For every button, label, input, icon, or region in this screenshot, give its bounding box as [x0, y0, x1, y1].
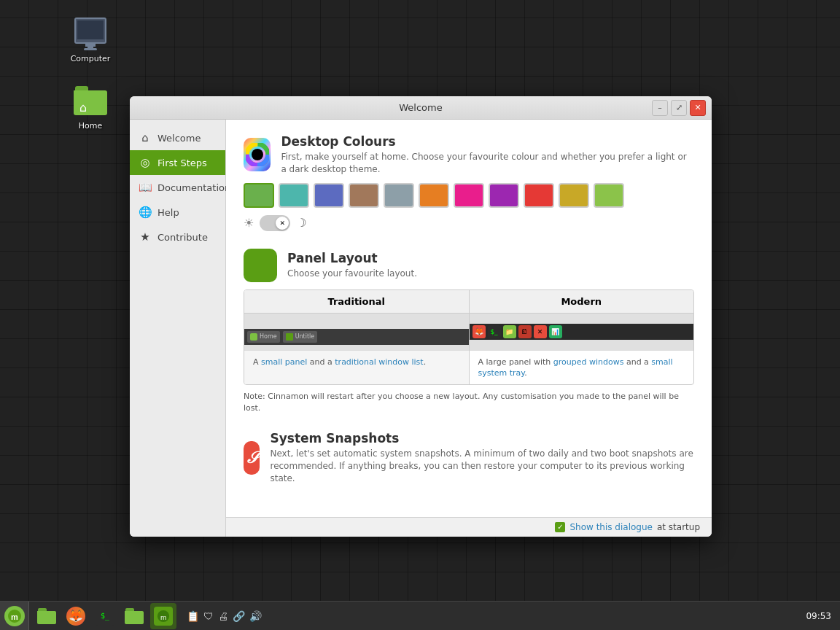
trad-home-label: Home [260, 333, 277, 340]
volume-tray-icon[interactable]: 🔊 [249, 610, 262, 622]
swatch-purple[interactable] [489, 183, 519, 208]
trad-panel-preview: Home Untitle [244, 329, 469, 345]
dark-mode-toggle[interactable]: ☀ ✕ ☽ [244, 215, 694, 231]
svg-text:m: m [11, 612, 18, 621]
help-icon: 🌐 [139, 206, 152, 219]
shield-tray-icon[interactable]: 🛡 [203, 610, 214, 622]
trad-btn-home: Home [247, 331, 280, 343]
taskbar-start-button[interactable]: m [0, 602, 29, 631]
small-panel-link[interactable]: small panel [261, 357, 307, 367]
layout-options: Traditional Home [244, 289, 694, 386]
network-tray-icon[interactable]: 🔗 [233, 610, 245, 622]
desktop-colours-header: Desktop Colours First, make yourself at … [244, 134, 694, 176]
layout-modern-desc: A large panel with grouped windows and a… [470, 350, 694, 385]
first-steps-icon: ◎ [139, 156, 152, 169]
nemo-taskbar-icon [125, 608, 144, 624]
panel-layout-title: Panel Layout [287, 251, 417, 265]
layout-traditional-desc: A small panel and a traditional window l… [244, 350, 469, 373]
sidebar: ⌂ Welcome ◎ First Steps 📖 Documentation … [130, 120, 226, 537]
firefox-taskbar-icon: 🦊 [66, 607, 85, 626]
sidebar-label-welcome: Welcome [158, 133, 201, 144]
show-dialogue-link[interactable]: Show this dialogue [569, 522, 653, 532]
mint-logo-svg: m [7, 609, 22, 623]
sidebar-label-help: Help [158, 207, 179, 218]
home-icon-label: Home [79, 121, 102, 131]
swatch-blue[interactable] [314, 183, 344, 208]
taskbar-app-files[interactable] [34, 603, 60, 629]
panel-layout-header: Panel Layout Choose your favourite layou… [244, 249, 694, 282]
sidebar-item-documentation[interactable]: 📖 Documentation [130, 175, 225, 200]
panel-layout-section: Panel Layout Choose your favourite layou… [244, 249, 694, 414]
swatch-pink[interactable] [454, 183, 484, 208]
desktop-colours-text: Desktop Colours First, make yourself at … [281, 134, 694, 176]
sidebar-label-contribute: Contribute [158, 232, 208, 243]
system-snapshots-section: 𝒮 System Snapshots Next, let's set autom… [244, 431, 694, 484]
toggle-thumb: ✕ [276, 217, 289, 230]
window-footer: ✓ Show this dialogue at startup [226, 517, 712, 537]
documentation-icon: 📖 [139, 181, 152, 194]
terminal-taskbar-icon: $_ [96, 607, 114, 626]
window-controls: – ⤢ ✕ [652, 100, 706, 116]
desktop-colours-section: Desktop Colours First, make yourself at … [244, 134, 694, 231]
minimize-button[interactable]: – [652, 100, 668, 116]
sidebar-label-first-steps: First Steps [158, 158, 207, 168]
taskbar-app-firefox[interactable]: 🦊 [63, 603, 89, 629]
swatch-grey[interactable] [384, 183, 414, 208]
print-tray-icon[interactable]: 🖨 [218, 610, 228, 622]
main-content: Desktop Colours First, make yourself at … [226, 120, 712, 517]
window-body: ⌂ Welcome ◎ First Steps 📖 Documentation … [130, 120, 712, 537]
nemo-folder-body [125, 611, 144, 624]
taskbar-app-terminal[interactable]: $_ [92, 603, 118, 629]
layout-note: Note: Cinnamon will restart after you ch… [244, 391, 694, 413]
swatch-orange[interactable] [419, 183, 449, 208]
modern-preview-row: 🦊 $_ 📁 [470, 324, 694, 340]
swatch-green[interactable] [244, 183, 274, 208]
svg-point-6 [252, 149, 263, 160]
maximize-button[interactable]: ⤢ [671, 100, 687, 116]
swatch-gold[interactable] [559, 183, 589, 208]
modern-files-icon: 📁 [503, 325, 516, 338]
computer-icon-label: Computer [71, 54, 111, 63]
toggle-track[interactable]: ✕ [260, 215, 290, 231]
taskbar-app-mint-welcome[interactable]: m [150, 603, 176, 629]
folder-body [37, 611, 56, 624]
layout-modern-header: Modern [470, 290, 694, 314]
modern-calc-icon: 🗓 [518, 325, 532, 338]
taskbar-clock[interactable]: 09:53 [800, 611, 840, 621]
sidebar-item-contribute[interactable]: ★ Contribute [130, 225, 225, 249]
grouped-windows-link[interactable]: grouped windows [553, 357, 624, 367]
modern-terminal-icon: $_ [488, 325, 501, 338]
mint-logo: m [4, 606, 25, 626]
traditional-window-list-link[interactable]: traditional window list [335, 357, 423, 367]
swatch-teal[interactable] [279, 183, 309, 208]
swatch-red[interactable] [524, 183, 554, 208]
footer-checkbox[interactable]: ✓ Show this dialogue at startup [555, 522, 700, 532]
desktop-icon-computer[interactable]: Computer [61, 13, 120, 66]
modern-top-panel: 🦊 $_ 📁 [470, 324, 694, 340]
system-snapshots-desc: Next, let's set automatic system snapsho… [270, 448, 694, 484]
sidebar-item-first-steps[interactable]: ◎ First Steps [130, 150, 225, 175]
layout-traditional-preview: Home Untitle [244, 314, 469, 350]
folder-taskbar-icon [37, 608, 56, 624]
desktop-icon-home[interactable]: ⌂ Home [61, 80, 120, 133]
welcome-icon: ⌂ [139, 131, 152, 144]
close-button[interactable]: ✕ [690, 100, 706, 116]
taskbar-app-nemo[interactable] [121, 603, 147, 629]
taskbar-tray: 📋 🛡 🖨 🔗 🔊 [181, 610, 268, 622]
sidebar-item-welcome[interactable]: ⌂ Welcome [130, 125, 225, 150]
swatch-brown[interactable] [349, 183, 379, 208]
layout-modern[interactable]: Modern 🦊 $_ [469, 290, 694, 385]
colour-wheel-icon [244, 138, 271, 171]
layout-traditional[interactable]: Traditional Home [244, 290, 469, 385]
desktop-colours-desc: First, make yourself at home. Choose you… [281, 151, 694, 176]
sidebar-item-help[interactable]: 🌐 Help [130, 200, 225, 225]
mint-welcome-svg: m [157, 610, 170, 623]
colour-swatches [244, 183, 694, 208]
trad-btn-untitled: Untitle [283, 331, 318, 343]
swatch-lime[interactable] [594, 183, 624, 208]
window-titlebar: Welcome – ⤢ ✕ [130, 96, 712, 120]
svg-text:m: m [160, 612, 166, 621]
contribute-icon: ★ [139, 230, 152, 244]
clipboard-tray-icon[interactable]: 📋 [187, 610, 199, 622]
modern-firefox-icon: 🦊 [472, 325, 486, 338]
